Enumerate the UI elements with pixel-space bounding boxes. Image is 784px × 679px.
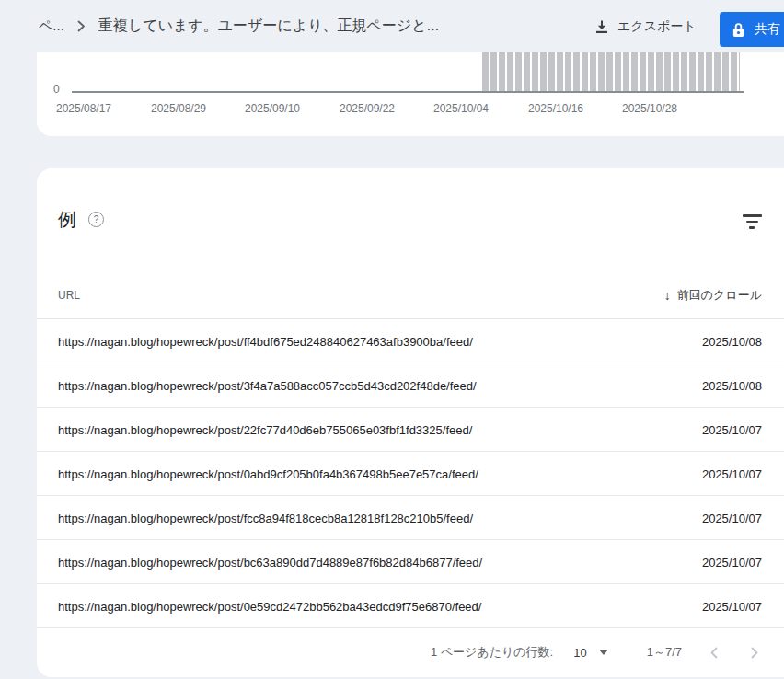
chart-x-tick: 2025/10/16: [528, 102, 583, 115]
rows-per-page-label: 1 ページあたりの行数:: [431, 644, 553, 661]
page-title: 重複しています。ユーザーにより、正規ページと...: [98, 17, 439, 36]
table-row[interactable]: https://nagan.blog/hopewreck/post/22fc77…: [37, 408, 784, 452]
table-header-row: URL ↓ 前回のクロール: [37, 271, 784, 319]
chart-x-tick: 2025/10/04: [433, 102, 489, 115]
chart-x-tick: 2025/09/10: [245, 102, 300, 115]
date-cell: 2025/10/07: [702, 408, 762, 452]
pagination-bar: 1 ページあたりの行数: 10 1～7/7: [37, 628, 784, 676]
breadcrumb-chevron-icon: [77, 20, 86, 32]
rows-per-page-value[interactable]: 10: [573, 646, 586, 660]
table-row[interactable]: https://nagan.blog/hopewreck/post/fcc8a9…: [37, 496, 784, 540]
export-label: エクスポート: [617, 18, 697, 35]
chart-x-tick: 2025/09/22: [340, 102, 395, 115]
url-cell: https://nagan.blog/hopewreck/post/3f4a7a…: [58, 363, 477, 408]
breadcrumb: ペ... 重複しています。ユーザーにより、正規ページと...: [39, 0, 439, 52]
top-app-bar: ペ... 重複しています。ユーザーにより、正規ページと... エクスポート 共有: [0, 0, 784, 52]
next-page-button[interactable]: [747, 646, 761, 660]
issue-trend-chart-card: 0 2025/08/17 2025/08/29 2025/09/10 2025/…: [37, 52, 784, 136]
url-cell: https://nagan.blog/hopewreck/post/fcc8a9…: [58, 496, 473, 540]
table-row[interactable]: https://nagan.blog/hopewreck/post/3f4a7a…: [37, 363, 784, 408]
lock-icon: [732, 22, 745, 38]
chart-y-zero-label: 0: [53, 83, 60, 96]
url-cell: https://nagan.blog/hopewreck/post/bc63a8…: [58, 540, 482, 584]
filter-button[interactable]: [740, 211, 764, 233]
chart-x-tick: 2025/08/29: [151, 102, 206, 115]
date-cell: 2025/10/08: [702, 363, 762, 408]
last-crawl-column-label: 前回のクロール: [677, 287, 762, 304]
url-cell: https://nagan.blog/hopewreck/post/0e59cd…: [58, 584, 481, 628]
url-cell: https://nagan.blog/hopewreck/post/0abd9c…: [58, 452, 478, 496]
date-cell: 2025/10/07: [702, 584, 762, 628]
search-console-page: ペ... 重複しています。ユーザーにより、正規ページと... エクスポート 共有: [0, 0, 784, 679]
date-cell: 2025/10/07: [702, 540, 762, 584]
examples-card: 例 ? URL ↓ 前回のクロール https://nagan.blog/hop…: [37, 168, 784, 677]
table-row[interactable]: https://nagan.blog/hopewreck/post/0e59cd…: [37, 584, 784, 628]
table-row[interactable]: https://nagan.blog/hopewreck/post/bc63a8…: [37, 540, 784, 584]
date-cell: 2025/10/08: [702, 319, 762, 363]
url-cell: https://nagan.blog/hopewreck/post/ff4bdf…: [58, 319, 473, 363]
sort-descending-icon: ↓: [664, 288, 671, 303]
examples-table-body: https://nagan.blog/hopewreck/post/ff4bdf…: [37, 319, 784, 628]
page-range-label: 1～7/7: [647, 644, 682, 661]
chevron-right-icon: [747, 646, 761, 660]
help-icon[interactable]: ?: [88, 212, 104, 227]
url-cell: https://nagan.blog/hopewreck/post/22fc77…: [58, 408, 472, 452]
chevron-left-icon: [708, 646, 721, 660]
url-column-header[interactable]: URL: [58, 271, 80, 319]
table-row[interactable]: https://nagan.blog/hopewreck/post/0abd9c…: [37, 452, 784, 496]
export-button[interactable]: エクスポート: [594, 15, 697, 39]
chart-x-tick: 2025/08/17: [56, 102, 111, 115]
last-crawl-column-header[interactable]: ↓ 前回のクロール: [664, 271, 762, 319]
previous-page-button[interactable]: [708, 646, 721, 660]
chart-x-tick: 2025/10/28: [622, 102, 677, 115]
share-button[interactable]: 共有: [720, 12, 784, 47]
download-icon: [594, 19, 609, 34]
chart-x-axis-line: [72, 91, 744, 93]
date-cell: 2025/10/07: [702, 496, 762, 540]
chart-bar-hatch-region: [482, 52, 740, 92]
examples-title: 例: [58, 207, 76, 232]
share-label: 共有: [755, 21, 780, 38]
breadcrumb-link[interactable]: ペ...: [39, 17, 64, 35]
date-cell: 2025/10/07: [702, 452, 762, 496]
table-row[interactable]: https://nagan.blog/hopewreck/post/ff4bdf…: [37, 319, 784, 363]
dropdown-arrow-icon[interactable]: [599, 650, 608, 655]
examples-header: 例 ?: [58, 207, 104, 232]
filter-icon: [743, 214, 762, 216]
